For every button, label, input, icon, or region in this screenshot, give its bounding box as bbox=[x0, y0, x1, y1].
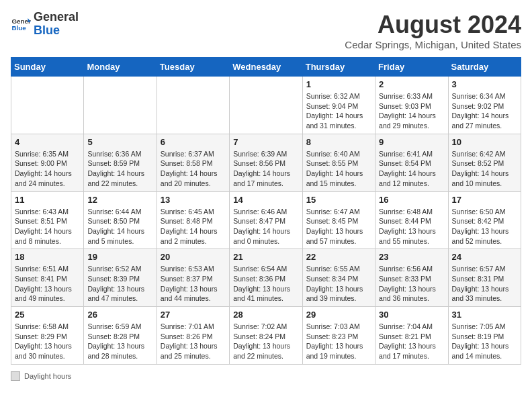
calendar-cell bbox=[84, 77, 157, 134]
cell-info: Sunrise: 6:46 AMSunset: 8:47 PMDaylight:… bbox=[233, 207, 298, 246]
cell-info: Sunrise: 6:40 AMSunset: 8:55 PMDaylight:… bbox=[306, 149, 371, 189]
calendar-cell: 17Sunrise: 6:50 AMSunset: 8:42 PMDayligh… bbox=[448, 191, 521, 249]
calendar-week-row: 18Sunrise: 6:51 AMSunset: 8:41 PMDayligh… bbox=[11, 249, 521, 307]
cell-info: Sunrise: 6:43 AMSunset: 8:51 PMDaylight:… bbox=[15, 207, 80, 246]
cell-day-number: 15 bbox=[306, 195, 371, 205]
cell-info: Sunrise: 6:47 AMSunset: 8:45 PMDaylight:… bbox=[306, 207, 371, 246]
calendar-cell: 20Sunrise: 6:53 AMSunset: 8:37 PMDayligh… bbox=[157, 249, 229, 307]
cell-info: Sunrise: 6:52 AMSunset: 8:39 PMDaylight:… bbox=[87, 264, 152, 304]
calendar-cell: 28Sunrise: 7:02 AMSunset: 8:24 PMDayligh… bbox=[230, 307, 302, 365]
cell-day-number: 11 bbox=[15, 195, 80, 205]
calendar-cell: 19Sunrise: 6:52 AMSunset: 8:39 PMDayligh… bbox=[84, 249, 157, 307]
calendar-cell: 4Sunrise: 6:35 AMSunset: 9:00 PMDaylight… bbox=[11, 134, 84, 191]
cell-day-number: 13 bbox=[161, 195, 226, 205]
calendar-cell: 29Sunrise: 7:03 AMSunset: 8:23 PMDayligh… bbox=[302, 307, 375, 365]
cell-info: Sunrise: 7:05 AMSunset: 8:19 PMDaylight:… bbox=[452, 322, 517, 361]
cell-day-number: 27 bbox=[161, 310, 226, 320]
cell-day-number: 6 bbox=[161, 137, 226, 147]
cell-day-number: 25 bbox=[15, 310, 80, 320]
cell-day-number: 19 bbox=[87, 252, 152, 262]
calendar-week-row: 25Sunrise: 6:58 AMSunset: 8:29 PMDayligh… bbox=[11, 307, 521, 365]
daylight-label: Daylight hours bbox=[24, 372, 71, 380]
cell-info: Sunrise: 6:58 AMSunset: 8:29 PMDaylight:… bbox=[15, 322, 80, 361]
cell-day-number: 3 bbox=[452, 79, 517, 89]
calendar-header-row: SundayMondayTuesdayWednesdayThursdayFrid… bbox=[11, 58, 521, 77]
calendar-cell: 27Sunrise: 7:01 AMSunset: 8:26 PMDayligh… bbox=[157, 307, 229, 365]
logo-wordmark: General Blue bbox=[34, 11, 79, 38]
daylight-legend-box bbox=[11, 371, 20, 381]
cell-day-number: 14 bbox=[233, 195, 298, 205]
cell-info: Sunrise: 6:39 AMSunset: 8:56 PMDaylight:… bbox=[233, 149, 298, 189]
calendar-cell: 30Sunrise: 7:04 AMSunset: 8:21 PMDayligh… bbox=[375, 307, 448, 365]
cell-info: Sunrise: 6:36 AMSunset: 8:59 PMDaylight:… bbox=[87, 149, 152, 189]
logo: General Blue General Blue bbox=[11, 11, 79, 38]
calendar-cell: 16Sunrise: 6:48 AMSunset: 8:44 PMDayligh… bbox=[375, 191, 448, 249]
day-of-week-header: Sunday bbox=[11, 58, 84, 77]
cell-info: Sunrise: 6:45 AMSunset: 8:48 PMDaylight:… bbox=[161, 207, 226, 246]
calendar-cell: 1Sunrise: 6:32 AMSunset: 9:04 PMDaylight… bbox=[302, 77, 375, 134]
cell-day-number: 1 bbox=[306, 79, 371, 89]
calendar-cell bbox=[11, 77, 84, 134]
cell-info: Sunrise: 6:32 AMSunset: 9:04 PMDaylight:… bbox=[306, 91, 371, 131]
cell-info: Sunrise: 7:02 AMSunset: 8:24 PMDaylight:… bbox=[233, 322, 298, 361]
day-of-week-header: Friday bbox=[375, 58, 448, 77]
calendar-week-row: 4Sunrise: 6:35 AMSunset: 9:00 PMDaylight… bbox=[11, 134, 521, 191]
cell-info: Sunrise: 7:04 AMSunset: 8:21 PMDaylight:… bbox=[379, 322, 444, 361]
cell-day-number: 22 bbox=[306, 252, 371, 262]
cell-day-number: 23 bbox=[379, 252, 444, 262]
cell-info: Sunrise: 6:54 AMSunset: 8:36 PMDaylight:… bbox=[233, 264, 298, 304]
cell-day-number: 21 bbox=[233, 252, 298, 262]
cell-day-number: 16 bbox=[379, 195, 444, 205]
day-of-week-header: Wednesday bbox=[230, 58, 302, 77]
calendar-cell: 15Sunrise: 6:47 AMSunset: 8:45 PMDayligh… bbox=[302, 191, 375, 249]
cell-day-number: 30 bbox=[379, 310, 444, 320]
cell-day-number: 8 bbox=[306, 137, 371, 147]
logo-general-text: General bbox=[34, 10, 79, 24]
calendar-cell: 25Sunrise: 6:58 AMSunset: 8:29 PMDayligh… bbox=[11, 307, 84, 365]
calendar-cell: 12Sunrise: 6:44 AMSunset: 8:50 PMDayligh… bbox=[84, 191, 157, 249]
calendar-cell: 13Sunrise: 6:45 AMSunset: 8:48 PMDayligh… bbox=[157, 191, 229, 249]
calendar-week-row: 11Sunrise: 6:43 AMSunset: 8:51 PMDayligh… bbox=[11, 191, 521, 249]
calendar-title: August 2024 bbox=[345, 11, 521, 39]
calendar-cell: 8Sunrise: 6:40 AMSunset: 8:55 PMDaylight… bbox=[302, 134, 375, 191]
cell-info: Sunrise: 7:03 AMSunset: 8:23 PMDaylight:… bbox=[306, 322, 371, 361]
calendar-cell bbox=[230, 77, 302, 134]
cell-day-number: 26 bbox=[87, 310, 152, 320]
cell-info: Sunrise: 6:42 AMSunset: 8:52 PMDaylight:… bbox=[452, 149, 517, 189]
cell-info: Sunrise: 7:01 AMSunset: 8:26 PMDaylight:… bbox=[161, 322, 226, 361]
calendar-cell: 3Sunrise: 6:34 AMSunset: 9:02 PMDaylight… bbox=[448, 77, 521, 134]
cell-day-number: 20 bbox=[161, 252, 226, 262]
cell-info: Sunrise: 6:57 AMSunset: 8:31 PMDaylight:… bbox=[452, 264, 517, 304]
cell-day-number: 28 bbox=[233, 310, 298, 320]
cell-day-number: 17 bbox=[452, 195, 517, 205]
calendar-cell: 22Sunrise: 6:55 AMSunset: 8:34 PMDayligh… bbox=[302, 249, 375, 307]
cell-day-number: 24 bbox=[452, 252, 517, 262]
calendar-cell bbox=[157, 77, 229, 134]
calendar-footer: Daylight hours bbox=[11, 371, 521, 381]
calendar-cell: 21Sunrise: 6:54 AMSunset: 8:36 PMDayligh… bbox=[230, 249, 302, 307]
calendar-cell: 9Sunrise: 6:41 AMSunset: 8:54 PMDaylight… bbox=[375, 134, 448, 191]
cell-info: Sunrise: 6:56 AMSunset: 8:33 PMDaylight:… bbox=[379, 264, 444, 304]
day-of-week-header: Monday bbox=[84, 58, 157, 77]
calendar-cell: 14Sunrise: 6:46 AMSunset: 8:47 PMDayligh… bbox=[230, 191, 302, 249]
cell-day-number: 31 bbox=[452, 310, 517, 320]
day-of-week-header: Thursday bbox=[302, 58, 375, 77]
cell-day-number: 7 bbox=[233, 137, 298, 147]
cell-info: Sunrise: 6:51 AMSunset: 8:41 PMDaylight:… bbox=[15, 264, 80, 304]
day-of-week-header: Saturday bbox=[448, 58, 521, 77]
cell-info: Sunrise: 6:48 AMSunset: 8:44 PMDaylight:… bbox=[379, 207, 444, 246]
svg-text:Blue: Blue bbox=[12, 24, 27, 32]
logo-blue-text: Blue bbox=[34, 24, 60, 37]
calendar-cell: 18Sunrise: 6:51 AMSunset: 8:41 PMDayligh… bbox=[11, 249, 84, 307]
cell-info: Sunrise: 6:34 AMSunset: 9:02 PMDaylight:… bbox=[452, 91, 517, 131]
calendar-table: SundayMondayTuesdayWednesdayThursdayFrid… bbox=[11, 57, 521, 365]
calendar-week-row: 1Sunrise: 6:32 AMSunset: 9:04 PMDaylight… bbox=[11, 77, 521, 134]
cell-day-number: 5 bbox=[87, 137, 152, 147]
cell-info: Sunrise: 6:55 AMSunset: 8:34 PMDaylight:… bbox=[306, 264, 371, 304]
title-block: August 2024 Cedar Springs, Michigan, Uni… bbox=[345, 11, 521, 50]
cell-info: Sunrise: 6:35 AMSunset: 9:00 PMDaylight:… bbox=[15, 149, 80, 189]
calendar-cell: 26Sunrise: 6:59 AMSunset: 8:28 PMDayligh… bbox=[84, 307, 157, 365]
cell-info: Sunrise: 6:59 AMSunset: 8:28 PMDaylight:… bbox=[87, 322, 152, 361]
cell-info: Sunrise: 6:41 AMSunset: 8:54 PMDaylight:… bbox=[379, 149, 444, 189]
calendar-cell: 24Sunrise: 6:57 AMSunset: 8:31 PMDayligh… bbox=[448, 249, 521, 307]
